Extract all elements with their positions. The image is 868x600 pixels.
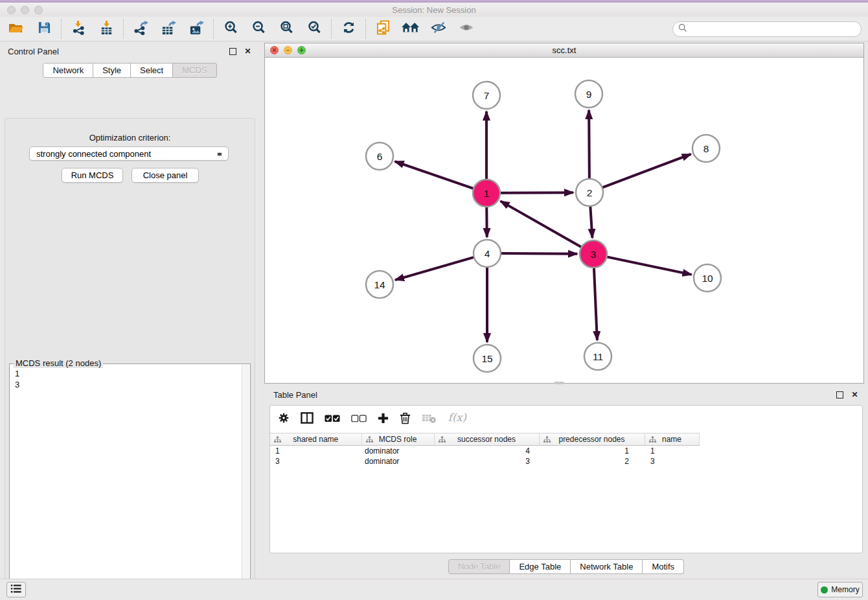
tab-node-table[interactable]: Node Table [448,559,510,574]
checkboxes-empty-icon [351,413,367,425]
checkboxes-checked-icon [325,413,340,425]
result-scrollbar[interactable] [242,365,249,600]
node-15[interactable]: 15 [474,345,501,372]
column-header-shared-name[interactable]: shared name [270,433,361,446]
window-titlebar: Session: New Session [0,3,868,17]
edge-2-3[interactable] [590,205,592,238]
deselect-all-button[interactable] [351,413,367,425]
show-all-button[interactable] [457,19,476,40]
edge-1-4[interactable] [486,206,487,237]
edge-2-8[interactable] [602,154,691,188]
node-8[interactable]: 8 [692,135,720,162]
table-cell[interactable]: dominator [361,456,434,467]
close-panel-icon[interactable]: ✕ [244,47,252,56]
network-canvas[interactable]: 7968124314101511 [265,58,863,383]
edge-3-11[interactable] [594,267,597,340]
zoom-in-button[interactable] [221,19,240,40]
node-table-container: f(x) shared nameMCDS rolesuccessor nodes… [269,405,863,553]
table-row[interactable]: 3dominator323 [270,456,699,467]
split-view-button[interactable] [301,412,314,426]
table-toolbar: f(x) [270,406,862,433]
edge-4-3[interactable] [500,253,577,254]
node-label: 11 [593,351,603,362]
memory-button[interactable]: Memory [817,582,863,597]
node-10[interactable]: 10 [694,264,721,292]
table-cell[interactable]: 3 [270,456,361,467]
node-11[interactable]: 11 [584,343,611,370]
save-session-button[interactable] [34,19,54,40]
tab-network[interactable]: Network [43,63,93,78]
node-3[interactable]: 3 [580,240,607,268]
main-toolbar [0,17,868,41]
table-row[interactable]: 1dominator411 [270,446,699,456]
float-panel-icon[interactable] [229,47,238,56]
node-6[interactable]: 6 [366,143,393,170]
node-table[interactable]: shared nameMCDS rolesuccessor nodesprede… [270,433,700,467]
node-2[interactable]: 2 [576,179,603,206]
optimization-criterion-select[interactable]: strongly connected component [29,146,229,161]
mcds-panel: Optimization criterion: strongly connect… [5,118,255,600]
svg-text:f(x): f(x) [448,411,467,424]
table-settings-button[interactable] [278,412,290,426]
zoom-selected-button[interactable] [304,19,324,40]
tab-mcds[interactable]: MCDS [173,63,216,78]
table-cell[interactable]: 4 [434,446,539,456]
tab-style[interactable]: Style [93,63,131,78]
table-cell[interactable]: dominator [361,446,434,456]
zoom-fit-button[interactable] [277,19,296,40]
network-frame-titlebar[interactable]: × − + scc.txt [265,43,863,58]
tab-edge-table[interactable]: Edge Table [510,559,571,574]
hide-selected-button[interactable] [429,19,448,40]
export-table-button[interactable] [159,19,178,40]
import-network-icon [72,20,86,38]
tab-motifs[interactable]: Motifs [643,559,684,574]
column-header-successor-nodes[interactable]: successor nodes [434,433,539,446]
edge-3-10[interactable] [606,257,692,275]
edge-4-14[interactable] [395,257,475,281]
edge-1-2[interactable] [499,192,573,193]
column-header-MCDS-role[interactable]: MCDS role [361,433,434,446]
close-table-panel-icon[interactable]: ✕ [851,391,859,399]
search-input[interactable] [691,25,861,34]
search-box[interactable] [672,21,862,37]
tab-select[interactable]: Select [131,63,173,78]
table-cell[interactable]: 3 [645,456,699,467]
close-mcds-panel-button[interactable]: Close panel [131,168,199,183]
mcds-result-title: MCDS result (2 nodes) [14,358,103,368]
column-header-name[interactable]: name [645,433,699,446]
table-cell[interactable]: 1 [270,446,361,456]
open-session-button[interactable] [6,19,26,40]
node-9[interactable]: 9 [575,80,602,108]
table-cell[interactable]: 2 [539,456,645,467]
add-column-button[interactable] [378,413,389,426]
export-image-button[interactable] [187,19,206,40]
tab-network-table[interactable]: Network Table [571,559,643,574]
table-cell[interactable]: 1 [539,446,645,456]
first-neighbors-button[interactable] [401,19,420,40]
node-1[interactable]: 1 [473,179,500,207]
zoom-out-button[interactable] [249,19,268,40]
column-header-predecessor-nodes[interactable]: predecessor nodes [539,433,645,446]
toolbar-separator [123,19,124,39]
table-cell[interactable]: 3 [434,456,539,467]
export-network-button[interactable] [131,19,150,40]
import-table-button[interactable] [97,19,116,40]
panel-menu-button[interactable] [6,582,26,597]
node-7[interactable]: 7 [473,82,500,109]
export-table-icon [161,20,176,38]
edge-2-9[interactable] [589,110,589,179]
select-all-button[interactable] [325,413,340,425]
delete-column-button[interactable] [400,412,411,427]
edge-1-6[interactable] [395,161,474,189]
node-14[interactable]: 14 [366,271,393,298]
mcds-result-box[interactable]: MCDS result (2 nodes) 13 [9,363,251,600]
table-cell[interactable]: 1 [645,446,699,456]
copy-network-button[interactable] [373,19,393,40]
refresh-button[interactable] [339,19,358,40]
edge-3-1[interactable] [501,201,582,248]
node-4[interactable]: 4 [474,240,501,267]
import-network-button[interactable] [69,19,88,40]
run-mcds-button[interactable]: Run MCDS [62,168,123,183]
frame-resize-handle[interactable] [554,382,564,384]
float-table-panel-icon[interactable] [836,391,845,399]
